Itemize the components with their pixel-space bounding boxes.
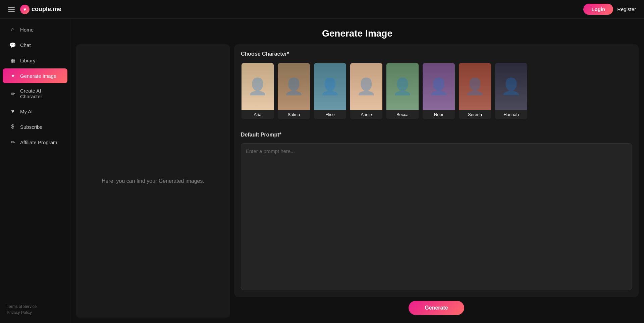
sidebar-icon-subscribe: $: [9, 123, 16, 130]
login-button[interactable]: Login: [583, 4, 613, 15]
sidebar-label-chat: Chat: [20, 42, 31, 48]
footer-link-privacy-policy[interactable]: Privacy Policy: [7, 310, 63, 315]
character-section: Choose Character* 👤Aria👤Salma👤Elise👤Anni…: [234, 44, 639, 125]
sidebar-icon-create-ai-character: ✏: [9, 90, 16, 97]
logo-heart-icon: ♥: [20, 5, 30, 14]
sidebar-icon-affiliate-program: ✏: [9, 139, 16, 146]
sidebar-item-chat[interactable]: 💬 Chat: [3, 38, 67, 52]
page-title: Generate Image: [70, 28, 644, 39]
sidebar-icon-my-ai: ♥: [9, 108, 16, 115]
character-name-annie: Annie: [350, 110, 382, 119]
character-grid: 👤Aria👤Salma👤Elise👤Annie👤Becca👤Noor👤Seren…: [241, 62, 632, 125]
left-panel-empty-text: Here, you can find your Generated images…: [102, 178, 204, 184]
layout: ⌂ Home 💬 Chat ▦ Library ✦ Generate Image…: [0, 19, 644, 323]
sidebar-item-subscribe[interactable]: $ Subscribe: [3, 119, 67, 134]
sidebar-item-affiliate-program[interactable]: ✏ Affiliate Program: [3, 135, 67, 150]
character-name-hannah: Hannah: [495, 110, 527, 119]
character-name-noor: Noor: [423, 110, 455, 119]
sidebar-item-generate-image[interactable]: ✦ Generate Image: [3, 68, 67, 83]
character-card-serena[interactable]: 👤Serena: [458, 62, 492, 120]
sidebar-label-library: Library: [20, 58, 36, 63]
page-title-bar: Generate Image: [70, 19, 644, 44]
character-card-annie[interactable]: 👤Annie: [350, 62, 383, 120]
hamburger-button[interactable]: [8, 7, 15, 12]
logo: ♥ couple.me: [20, 5, 61, 14]
character-image-noor: 👤: [423, 63, 455, 110]
character-card-salma[interactable]: 👤Salma: [277, 62, 311, 120]
character-image-aria: 👤: [241, 63, 274, 110]
sidebar-icon-chat: 💬: [9, 42, 16, 48]
character-name-elise: Elise: [314, 110, 346, 119]
character-name-serena: Serena: [459, 110, 491, 119]
sidebar-label-home: Home: [20, 27, 34, 33]
character-image-becca: 👤: [386, 63, 419, 110]
sidebar-label-my-ai: My AI: [20, 109, 33, 114]
footer-link-terms-of-service[interactable]: Terms of Service: [7, 304, 63, 309]
sidebar-footer: Terms of ServicePrivacy Policy: [0, 300, 70, 320]
logo-text: couple.me: [32, 6, 61, 13]
character-image-annie: 👤: [350, 63, 382, 110]
character-name-aria: Aria: [241, 110, 274, 119]
content-area: Here, you can find your Generated images…: [70, 44, 644, 323]
sidebar-item-library[interactable]: ▦ Library: [3, 53, 67, 68]
character-image-serena: 👤: [459, 63, 491, 110]
sidebar-label-generate-image: Generate Image: [20, 73, 56, 79]
sidebar-item-create-ai-character[interactable]: ✏ Create AI Character: [3, 84, 67, 103]
prompt-section: Default Prompt*: [234, 125, 639, 297]
sidebar-item-home[interactable]: ⌂ Home: [3, 22, 67, 37]
prompt-textarea[interactable]: [241, 143, 632, 290]
right-panel: Choose Character* 👤Aria👤Salma👤Elise👤Anni…: [234, 44, 639, 318]
topnav-right: Login Register: [583, 4, 636, 15]
sidebar-icon-home: ⌂: [9, 26, 16, 33]
topnav: ♥ couple.me Login Register: [0, 0, 644, 19]
character-image-hannah: 👤: [495, 63, 527, 110]
sidebar-icon-library: ▦: [9, 57, 16, 64]
character-name-salma: Salma: [278, 110, 310, 119]
register-button[interactable]: Register: [617, 6, 636, 12]
character-card-noor[interactable]: 👤Noor: [422, 62, 455, 120]
generate-bar: Generate: [234, 297, 639, 318]
sidebar-label-affiliate-program: Affiliate Program: [20, 140, 57, 145]
sidebar-icon-generate-image: ✦: [9, 72, 16, 79]
sidebar-label-create-ai-character: Create AI Character: [20, 88, 61, 99]
character-card-aria[interactable]: 👤Aria: [241, 62, 274, 120]
sidebar: ⌂ Home 💬 Chat ▦ Library ✦ Generate Image…: [0, 19, 70, 323]
main-content: Generate Image Here, you can find your G…: [70, 19, 644, 323]
generate-button[interactable]: Generate: [409, 301, 464, 315]
character-image-elise: 👤: [314, 63, 346, 110]
sidebar-item-my-ai[interactable]: ♥ My AI: [3, 104, 67, 119]
character-card-hannah[interactable]: 👤Hannah: [494, 62, 528, 120]
character-card-becca[interactable]: 👤Becca: [386, 62, 419, 120]
left-panel: Here, you can find your Generated images…: [76, 44, 230, 318]
sidebar-label-subscribe: Subscribe: [20, 124, 43, 130]
prompt-label: Default Prompt*: [241, 132, 632, 138]
topnav-left: ♥ couple.me: [8, 5, 61, 14]
character-card-elise[interactable]: 👤Elise: [313, 62, 347, 120]
character-section-label: Choose Character*: [241, 51, 632, 57]
character-name-becca: Becca: [386, 110, 419, 119]
character-image-salma: 👤: [278, 63, 310, 110]
